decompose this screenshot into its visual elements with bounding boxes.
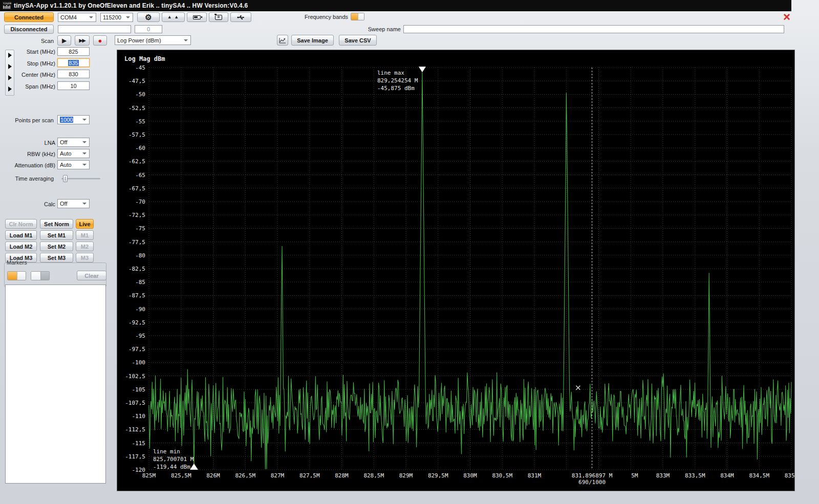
battery-status-button[interactable]	[187, 12, 207, 22]
svg-text:-92,5: -92,5	[128, 319, 145, 326]
svg-text:-95: -95	[135, 333, 145, 339]
set-m1-button[interactable]: Set M1	[40, 230, 73, 240]
load-m1-button[interactable]: Load M1	[5, 230, 37, 240]
plot-options-button[interactable]	[277, 35, 288, 46]
svg-text:834M: 834M	[720, 472, 734, 479]
time-averaging-slider[interactable]	[61, 175, 100, 182]
points-per-scan-value: 1000	[60, 117, 73, 123]
settings-button[interactable]: ⚙	[137, 12, 160, 22]
rbw-value: Auto	[60, 150, 72, 157]
chevron-down-icon	[126, 16, 130, 18]
usb-icon	[237, 15, 245, 20]
svg-text:-110: -110	[132, 413, 146, 420]
svg-text:690/1000: 690/1000	[578, 479, 606, 486]
spectrum-chart-panel: -45-47,5-50-52,5-55-57,5-60-62,5-65-67,5…	[117, 50, 795, 491]
svg-text:835M: 835M	[785, 472, 794, 479]
svg-text:-87,5: -87,5	[128, 292, 145, 299]
live-button[interactable]: Live	[76, 219, 94, 229]
scan-single-button[interactable]: ▶	[57, 35, 71, 46]
disconnected-button[interactable]: Disconnected	[4, 25, 54, 34]
mini-chart-icon	[279, 37, 286, 43]
clr-norm-button[interactable]: Clr Norm	[5, 219, 37, 229]
svg-text:-82,5: -82,5	[128, 266, 145, 272]
chevron-down-icon	[82, 203, 87, 205]
display-mode-select[interactable]: Log Power (dBm)	[115, 35, 191, 45]
svg-text:-115: -115	[132, 440, 146, 447]
m1-button[interactable]: M1	[76, 230, 94, 240]
svg-text:-65: -65	[135, 172, 145, 179]
m3-button[interactable]: M3	[76, 253, 94, 262]
attenuation-label: Attenuation (dB)	[0, 162, 55, 168]
up-arrows-icon: ▲ ▲	[167, 15, 179, 19]
sweep-name-input[interactable]	[403, 25, 784, 33]
points-per-scan-select[interactable]: 1000	[57, 115, 90, 124]
chevron-down-icon	[82, 152, 87, 155]
span-mhz-input[interactable]: 10	[57, 81, 90, 90]
chevron-down-icon	[184, 39, 188, 41]
calc-select[interactable]: Off	[57, 199, 90, 208]
stop-mhz-label: Stop (MHz)	[0, 60, 55, 67]
svg-text:-57,5: -57,5	[128, 132, 145, 138]
start-mhz-input[interactable]: 825	[57, 47, 90, 56]
chevron-down-icon	[82, 164, 87, 166]
marker2-toggle[interactable]	[31, 271, 50, 280]
calc-label: Calc	[0, 201, 55, 207]
com-port-select[interactable]: COM4	[58, 13, 96, 22]
svg-text:tinySA: tinySA	[3, 2, 11, 5]
screenshot-button[interactable]	[209, 12, 228, 22]
fast-forward-icon: ▶▶	[79, 38, 85, 43]
save-csv-button[interactable]: Save CSV	[339, 35, 377, 46]
stop-mhz-input[interactable]: 835	[57, 58, 90, 67]
marker-list[interactable]	[5, 284, 106, 484]
camera-icon	[215, 15, 222, 20]
load-m2-button[interactable]: Load M2	[5, 242, 37, 251]
lna-value: Off	[60, 139, 67, 145]
battery-icon	[193, 15, 201, 19]
close-button[interactable]: ×	[779, 11, 795, 23]
svg-text:-52,5: -52,5	[128, 105, 145, 112]
svg-text:-119,44 dBm: -119,44 dBm	[153, 464, 190, 470]
command-input[interactable]	[58, 25, 131, 33]
scan-continuous-button[interactable]: ▶▶	[75, 35, 90, 46]
firmware-upload-button[interactable]: ▲ ▲	[162, 12, 185, 22]
center-mhz-input[interactable]: 830	[57, 70, 90, 78]
svg-text:831M: 831M	[528, 472, 542, 479]
spectrum-chart[interactable]: -45-47,5-50-52,5-55-57,5-60-62,5-65-67,5…	[117, 50, 794, 491]
m2-button[interactable]: M2	[76, 242, 94, 251]
svg-text:5M: 5M	[631, 472, 638, 479]
record-button[interactable]: ●	[93, 35, 107, 46]
set-norm-button[interactable]: Set Norm	[40, 219, 73, 229]
lna-select[interactable]: Off	[57, 138, 90, 147]
clear-markers-button[interactable]: Clear	[77, 271, 106, 280]
marker1-toggle[interactable]	[7, 271, 26, 280]
attenuation-select[interactable]: Auto	[57, 160, 90, 169]
connected-button[interactable]: Connected	[4, 12, 54, 22]
svg-text:-60: -60	[135, 145, 145, 151]
set-m2-button[interactable]: Set M2	[40, 242, 73, 251]
svg-text:825M: 825M	[142, 472, 156, 479]
svg-text:-90: -90	[135, 306, 145, 313]
svg-text:-112,5: -112,5	[125, 426, 145, 433]
svg-text:-45,875 dBm: -45,875 dBm	[377, 85, 415, 92]
svg-text:834,5M: 834,5M	[749, 472, 769, 479]
attenuation-value: Auto	[60, 162, 72, 168]
svg-text:827,5M: 827,5M	[299, 472, 320, 479]
frequency-bands-toggle[interactable]	[351, 13, 364, 20]
svg-text:-97,5: -97,5	[128, 346, 145, 353]
svg-text:825,700701 M: 825,700701 M	[153, 456, 194, 463]
rbw-select[interactable]: Auto	[57, 149, 90, 158]
svg-text:833,5M: 833,5M	[685, 472, 705, 479]
set-m3-button[interactable]: Set M3	[40, 253, 73, 262]
usb-button[interactable]	[230, 12, 251, 22]
svg-text:-45: -45	[135, 64, 145, 71]
save-image-button[interactable]: Save Image	[291, 35, 334, 46]
start-mhz-label: Start (MHz)	[0, 49, 55, 55]
svg-text:831,896897 M: 831,896897 M	[572, 472, 613, 479]
chevron-down-icon	[82, 141, 87, 143]
svg-text:-50: -50	[135, 91, 145, 98]
baud-rate-select[interactable]: 115200	[100, 13, 133, 22]
command-count-field[interactable]: 0	[135, 25, 162, 33]
sweep-name-label: Sweep name	[338, 26, 401, 32]
slider-thumb[interactable]	[63, 175, 68, 182]
svg-text:829,254254 M: 829,254254 M	[377, 77, 418, 84]
